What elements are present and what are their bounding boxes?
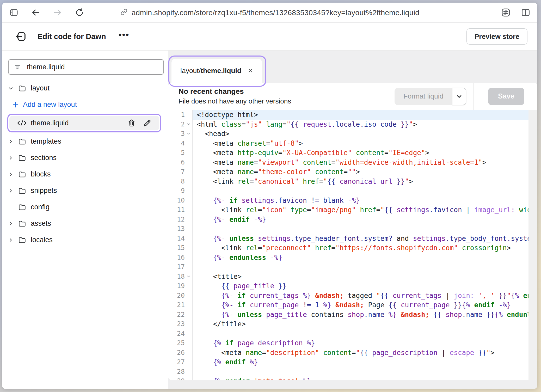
add-new-layout-button[interactable]: Add a new layout	[2, 96, 168, 113]
line-number: 29	[168, 376, 185, 380]
reload-icon[interactable]	[75, 8, 84, 17]
line-number: 21	[168, 300, 185, 310]
code-line-14[interactable]: 14 {%- unless settings.type_header_font.…	[168, 234, 528, 243]
code-line-22[interactable]: 22 {%- unless page_title contains shop.n…	[168, 310, 528, 320]
preview-store-button[interactable]: Preview store	[466, 28, 527, 45]
browser-settings-icon[interactable]	[501, 8, 511, 17]
code-line-8[interactable]: 8 <link rel="canonical" href="{{ canonic…	[168, 177, 528, 186]
code-line-27[interactable]: 27 {% endif %}	[168, 357, 528, 367]
code-line-15[interactable]: 15 <link rel="preconnect" href="https://…	[168, 243, 528, 253]
sidebar-item-assets[interactable]: assets	[2, 215, 168, 232]
editor-content: layout/theme.liquid No recent changes Fi…	[168, 51, 537, 389]
browser-toolbar: admin.shopify.com/store/rzq1xu-f5/themes…	[2, 3, 537, 23]
code-line-23[interactable]: 23 </title>	[168, 319, 528, 329]
code-line-1[interactable]: 1<!doctype html>	[168, 110, 528, 120]
delete-icon	[127, 119, 136, 127]
line-number: 18	[168, 272, 185, 281]
sidebar-item-snippets[interactable]: snippets	[2, 182, 168, 199]
code-line-17[interactable]: 17	[168, 262, 528, 272]
sidebar-item-config[interactable]: config	[2, 199, 168, 215]
tab-label: layout/theme.liquid	[180, 67, 241, 75]
code-line-5[interactable]: 5 <meta http-equiv="X-UA-Compatible" con…	[168, 148, 528, 158]
code-line-3[interactable]: 3 <head>	[168, 129, 528, 139]
code-line-7[interactable]: 7 <meta name="theme-color" content="">	[168, 167, 528, 177]
code-line-28[interactable]: 28	[168, 367, 528, 377]
sidebar-item-label: templates	[31, 137, 61, 145]
save-button[interactable]: Save	[488, 88, 524, 105]
editor-scrollbar[interactable]	[528, 110, 537, 380]
more-options-button[interactable]: •••	[119, 32, 130, 41]
line-number: 9	[168, 186, 185, 196]
editor-panel: No recent changes File does not have any…	[168, 83, 537, 380]
delete-file-button[interactable]	[127, 118, 136, 128]
sidebar-item-locales[interactable]: locales	[2, 232, 168, 248]
code-line-26[interactable]: 26 <meta name="description" content="{{ …	[168, 348, 528, 358]
code-line-12[interactable]: 12 {%- endif -%}	[168, 215, 528, 224]
code-line-21[interactable]: 21 {%- if current_page != 1 %} &ndash; P…	[168, 300, 528, 310]
line-number: 19	[168, 281, 185, 291]
rename-file-button[interactable]	[143, 118, 152, 128]
tab-close-icon[interactable]	[246, 66, 255, 75]
folder-icon	[18, 84, 27, 93]
code-line-16[interactable]: 16 {%- endunless -%}	[168, 253, 528, 262]
folder-icon	[18, 236, 27, 244]
line-number: 11	[168, 205, 185, 215]
forward-icon[interactable]	[53, 8, 63, 17]
line-number: 3	[168, 129, 185, 139]
line-number: 25	[168, 338, 185, 348]
folder-icon	[18, 154, 27, 162]
sidebar-item-blocks[interactable]: blocks	[2, 166, 168, 182]
back-icon[interactable]	[31, 8, 41, 17]
format-liquid-label[interactable]: Format liquid	[395, 88, 452, 105]
exit-editor-icon[interactable]	[15, 30, 27, 42]
line-number: 22	[168, 310, 185, 320]
tab-theme-liquid[interactable]: layout/theme.liquid	[171, 59, 262, 83]
add-new-layout-label: Add a new layout	[23, 101, 77, 109]
line-number: 8	[168, 177, 185, 186]
split-view-icon[interactable]	[521, 8, 531, 17]
fold-icon[interactable]	[186, 122, 191, 126]
selected-file-annotation-ring: theme.liquid	[7, 114, 161, 132]
folder-icon	[18, 203, 27, 211]
format-dropdown-button[interactable]	[452, 88, 466, 105]
search-input[interactable]	[8, 59, 164, 75]
code-editor[interactable]: 1<!doctype html>2<html class="js" lang="…	[168, 110, 537, 380]
code-line-24[interactable]: 24	[168, 329, 528, 339]
fold-icon[interactable]	[186, 274, 191, 279]
line-number: 26	[168, 348, 185, 358]
code-line-2[interactable]: 2<html class="js" lang="{{ request.local…	[168, 120, 528, 129]
sidebar-item-sections[interactable]: sections	[2, 150, 168, 166]
code-line-25[interactable]: 25 {% if page_description %}	[168, 338, 528, 348]
code-line-13[interactable]: 13	[168, 224, 528, 234]
code-line-9[interactable]: 9	[168, 186, 528, 196]
code-line-6[interactable]: 6 <meta name="viewport" content="width=d…	[168, 158, 528, 167]
editor-header: No recent changes File does not have any…	[168, 83, 537, 110]
sidebar-item-label: snippets	[31, 187, 57, 195]
sidebar-item-templates[interactable]: templates	[2, 133, 168, 150]
code-line-11[interactable]: 11 <link rel="icon" type="image/png" hre…	[168, 205, 528, 215]
sidebar-item-layout[interactable]: layout	[2, 80, 168, 96]
line-number: 4	[168, 139, 185, 148]
folder-icon	[18, 219, 27, 228]
selected-file-label: theme.liquid	[31, 119, 69, 127]
line-number: 12	[168, 215, 185, 224]
line-number: 14	[168, 234, 185, 243]
header-divider	[473, 83, 474, 110]
code-line-29[interactable]: 29 {% render 'meta-tags' %}	[168, 376, 528, 380]
sidebar-item-theme-liquid[interactable]: theme.liquid	[9, 116, 159, 130]
address-bar[interactable]: admin.shopify.com/store/rzq1xu-f5/themes…	[120, 3, 419, 22]
line-number: 15	[168, 243, 185, 253]
code-file-icon	[17, 119, 27, 127]
file-tree: layoutAdd a new layouttheme.liquidtempla…	[2, 80, 168, 248]
code-line-19[interactable]: 19 {{ page_title }}	[168, 281, 528, 291]
sidebar-toggle-icon[interactable]	[9, 8, 19, 17]
code-line-18[interactable]: 18 <title>	[168, 272, 528, 281]
chevron-right-icon	[8, 155, 14, 161]
page-title: Edit code for Dawn	[38, 32, 106, 41]
code-line-10[interactable]: 10 {%- if settings.favicon != blank -%}	[168, 196, 528, 205]
code-line-4[interactable]: 4 <meta charset="utf-8">	[168, 139, 528, 148]
code-line-20[interactable]: 20 {%- if current_tags %} &ndash; tagged…	[168, 291, 528, 301]
line-number: 23	[168, 319, 185, 329]
fold-icon[interactable]	[186, 131, 191, 136]
folder-icon	[18, 187, 27, 195]
